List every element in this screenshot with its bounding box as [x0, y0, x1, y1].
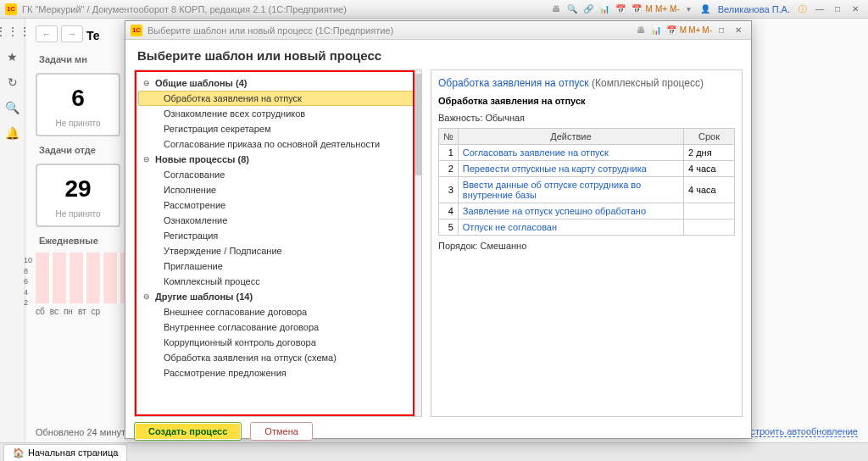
template-tree[interactable]: ⊖Общие шаблоны (4)Обработка заявления на…	[135, 70, 421, 416]
dialog-logo-icon: 1C	[131, 25, 142, 36]
app-logo-icon: 1C	[5, 3, 17, 15]
tree-item[interactable]: Коррупционный контроль договора	[138, 335, 418, 350]
tree-item[interactable]: Обработка заявления на отпуск (схема)	[138, 350, 418, 365]
detail-importance: Важность: Обычная	[438, 113, 735, 123]
tree-item[interactable]: Согласование приказа по основной деятель…	[138, 136, 418, 152]
widget-tasks-dept[interactable]: 29 Не принято	[36, 164, 120, 227]
autorefresh-link[interactable]: Настроить автообновление	[738, 426, 858, 437]
dropdown-icon[interactable]: ▾	[682, 3, 696, 16]
cell-deadline: 4 часа	[684, 161, 735, 177]
calc-icon[interactable]: 📊	[598, 3, 611, 16]
main-title: ГК "Меркурий" / Документооборот 8 КОРП, …	[22, 4, 347, 14]
cell-deadline: 4 часа	[684, 177, 735, 203]
table-row: 5Отпуск не согласован	[439, 219, 735, 236]
tree-group-header[interactable]: ⊖Новые процессы (8)	[138, 152, 418, 167]
cell-action-link[interactable]: Согласовать заявление на отпуск	[458, 145, 683, 161]
cell-action-link[interactable]: Перевести отпускные на карту сотрудника	[458, 161, 683, 177]
calendar2-icon[interactable]: 📅	[630, 3, 643, 16]
tree-group-header[interactable]: ⊖Другие шаблоны (14)	[138, 289, 418, 304]
chart-yaxis: 108642	[24, 256, 32, 307]
col-deadline: Срок	[684, 129, 735, 145]
dialog-heading: Выберите шаблон или новый процесс	[125, 40, 751, 69]
cell-action-link[interactable]: Отпуск не согласован	[458, 219, 683, 236]
tree-item[interactable]: Ознакомление	[138, 213, 418, 228]
tree-item[interactable]: Утверждение / Подписание	[138, 243, 418, 258]
dialog-calc-icon[interactable]: 📊	[649, 24, 663, 37]
dialog-close-button[interactable]: ✕	[731, 25, 746, 36]
search-icon[interactable]: 🔍	[565, 3, 579, 16]
tree-item[interactable]: Исполнение	[138, 182, 418, 197]
tab-home[interactable]: 🏠 Начальная страница	[3, 444, 127, 461]
tree-item[interactable]: Внутреннее согласование договора	[138, 319, 418, 335]
history-icon[interactable]: ↻	[5, 75, 20, 90]
dialog-zoom-mp[interactable]: M+	[688, 25, 700, 35]
widget1-num: 6	[42, 80, 114, 117]
star-icon[interactable]: ★	[5, 49, 20, 64]
main-titlebar: 1C ГК "Меркурий" / Документооборот 8 КОР…	[0, 0, 868, 19]
dialog-print-icon[interactable]: 🖶	[634, 24, 648, 37]
close-button[interactable]: ✕	[848, 3, 863, 15]
detail-order: Порядок: Смешанно	[438, 241, 735, 251]
tree-item[interactable]: Согласование	[138, 167, 418, 182]
nav-back-button[interactable]: ←	[36, 25, 58, 42]
zoom-mm[interactable]: M-	[670, 4, 680, 14]
tree-item[interactable]: Приглашение	[138, 258, 418, 274]
info-icon[interactable]: ⓘ	[796, 3, 810, 16]
table-row: 4Заявление на отпуск успешно обработано	[439, 203, 735, 219]
tree-item[interactable]: Ознакомление всех сотрудников	[138, 106, 418, 121]
dialog-titlebar-text: Выберите шаблон или новый процесс (1С:Пр…	[147, 25, 393, 36]
detail-title: Обработка заявления на отпуск (Комплексн…	[438, 77, 735, 89]
dialog-maximize-button[interactable]: □	[714, 25, 729, 36]
search2-icon[interactable]: 🔍	[5, 100, 20, 115]
tree-item[interactable]: Обработка заявления на отпуск	[138, 91, 418, 106]
widget1-sub: Не принято	[42, 117, 114, 130]
user-icon: 👤	[698, 3, 712, 16]
cell-action-link[interactable]: Заявление на отпуск успешно обработано	[458, 203, 683, 219]
chart-xaxis: сбвспнвтср	[36, 307, 129, 316]
detail-title-suffix: (Комплексный процесс)	[592, 77, 704, 89]
create-process-button[interactable]: Создать процесс	[134, 422, 242, 441]
template-picker-dialog: 1C Выберите шаблон или новый процесс (1С…	[125, 20, 752, 439]
tree-scrollbar[interactable]	[415, 70, 421, 416]
cell-deadline	[684, 219, 735, 236]
dialog-footer: Создать процесс Отмена	[125, 417, 751, 446]
collapse-icon: ⊖	[143, 155, 152, 164]
collapse-icon: ⊖	[143, 79, 152, 87]
link-icon[interactable]: 🔗	[581, 3, 595, 16]
dialog-zoom-m[interactable]: M	[680, 25, 687, 35]
tree-item[interactable]: Внешнее согласование договора	[138, 304, 418, 319]
zoom-m[interactable]: M	[646, 4, 653, 14]
detail-title-link[interactable]: Обработка заявления на отпуск	[438, 77, 589, 89]
tree-item[interactable]: Регистрация секретарем	[138, 121, 418, 136]
calendar-icon[interactable]: 📅	[614, 3, 627, 16]
table-row: 3Ввести данные об отпуске сотрудника во …	[439, 177, 735, 203]
detail-subtitle: Обработка заявления на отпуск	[438, 96, 735, 106]
tree-item[interactable]: Рассмотрение	[138, 197, 418, 213]
widget-tasks-mine[interactable]: 6 Не принято	[36, 73, 120, 136]
tree-item[interactable]: Регистрация	[138, 228, 418, 243]
table-row: 1Согласовать заявление на отпуск2 дня	[439, 145, 735, 161]
cell-deadline	[684, 203, 735, 219]
zoom-mp[interactable]: M+	[655, 4, 667, 14]
tree-item[interactable]: Комплексный процесс	[138, 274, 418, 289]
nav-forward-button[interactable]: →	[61, 25, 83, 42]
cell-action-link[interactable]: Ввести данные об отпуске сотрудника во в…	[458, 177, 683, 203]
print-icon[interactable]: 🖶	[549, 3, 563, 16]
collapse-icon: ⊖	[143, 292, 152, 301]
cell-num: 4	[439, 203, 459, 219]
col-num: №	[439, 129, 459, 145]
cancel-button[interactable]: Отмена	[250, 422, 312, 441]
minimize-button[interactable]: —	[812, 3, 827, 15]
cell-num: 5	[439, 219, 459, 236]
cell-num: 2	[439, 161, 459, 177]
tree-item[interactable]: Рассмотрение предложения	[138, 365, 418, 380]
maximize-button[interactable]: □	[830, 3, 845, 15]
apps-icon[interactable]: ⋮⋮⋮	[5, 24, 20, 39]
user-name[interactable]: Великанова П.А.	[718, 4, 790, 14]
bell-icon[interactable]: 🔔	[5, 125, 20, 141]
tree-group-header[interactable]: ⊖Общие шаблоны (4)	[138, 75, 418, 91]
cell-deadline: 2 дня	[684, 145, 735, 161]
dialog-zoom-mm[interactable]: M-	[702, 25, 712, 35]
table-row: 2Перевести отпускные на карту сотрудника…	[439, 161, 735, 177]
dialog-calendar-icon[interactable]: 📅	[665, 24, 678, 37]
